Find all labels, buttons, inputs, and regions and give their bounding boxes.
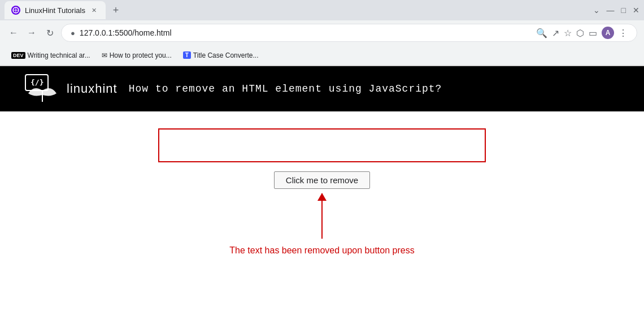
- bookmark-dev-icon: DEV: [11, 52, 25, 59]
- remove-button[interactable]: Click me to remove: [274, 171, 370, 189]
- address-input-wrap[interactable]: ● 127.0.0.1:5500/home.html 🔍 ↗ ☆ ⬡ ▭ A ⋮: [61, 24, 637, 42]
- forward-button[interactable]: →: [25, 26, 38, 40]
- address-bar: ← → ↻ ● 127.0.0.1:5500/home.html 🔍 ↗ ☆ ⬡…: [0, 20, 644, 45]
- bookmark-protect-label: How to protect you...: [110, 51, 172, 59]
- search-icon[interactable]: 🔍: [536, 28, 547, 38]
- extensions-icon[interactable]: ⬡: [576, 28, 584, 38]
- address-icons: 🔍 ↗ ☆ ⬡ ▭ A ⋮: [536, 27, 628, 39]
- secure-icon: ●: [71, 29, 75, 37]
- tab-title: LinuxHint Tutorials: [25, 6, 85, 15]
- logo-svg: {/}: [23, 74, 62, 105]
- arrow-indicator: [321, 193, 323, 239]
- bookmark-dev-label: Writing technical ar...: [28, 51, 90, 59]
- back-button[interactable]: ←: [7, 26, 20, 40]
- new-tab-button[interactable]: +: [108, 2, 124, 18]
- title-bar-left: LinuxHint Tutorials ✕ +: [5, 1, 124, 19]
- page-content: {/} linuxhint How to remove an HTML elem…: [0, 66, 644, 332]
- bookmark-item-dev[interactable]: DEV Writing technical ar...: [7, 49, 95, 62]
- header-title: How to remove an HTML element using Java…: [129, 83, 442, 94]
- title-bar: LinuxHint Tutorials ✕ + ⌄ — □ ✕: [0, 0, 644, 20]
- bookmark-icon[interactable]: ☆: [564, 28, 572, 38]
- browser-tab[interactable]: LinuxHint Tutorials ✕: [5, 1, 106, 19]
- bookmark-protect-icon: ✉: [102, 51, 107, 59]
- logo-area: {/} linuxhint: [23, 74, 118, 105]
- bookmark-titlecase-icon: T: [183, 51, 191, 59]
- address-url: 127.0.0.1:5500/home.html: [80, 28, 532, 37]
- bookmarks-bar: DEV Writing technical ar... ✉ How to pro…: [0, 45, 644, 66]
- bookmark-item-protect[interactable]: ✉ How to protect you...: [97, 49, 176, 62]
- arrow-line: [321, 193, 323, 239]
- arrow-head: [317, 193, 327, 201]
- tab-close-button[interactable]: ✕: [90, 6, 99, 15]
- site-header: {/} linuxhint How to remove an HTML elem…: [0, 66, 644, 111]
- main-content: Click me to remove The text has been rem…: [0, 111, 644, 273]
- restore-button[interactable]: □: [621, 6, 626, 15]
- share-icon[interactable]: ↗: [552, 28, 559, 38]
- removable-element: [158, 128, 486, 162]
- minimize-button[interactable]: ⌄: [593, 6, 600, 15]
- status-text: The text has been removed upon button pr…: [229, 245, 414, 256]
- close-button[interactable]: ✕: [633, 6, 639, 15]
- bookmark-titlecase-label: Title Case Converte...: [193, 51, 259, 59]
- window-controls: ⌄ — □ ✕: [593, 6, 639, 15]
- reload-button[interactable]: ↻: [43, 26, 56, 40]
- menu-icon[interactable]: ⋮: [619, 28, 628, 38]
- browser-chrome: LinuxHint Tutorials ✕ + ⌄ — □ ✕ ← → ↻ ● …: [0, 0, 644, 66]
- maximize-button[interactable]: —: [607, 6, 615, 15]
- logo-text: linuxhint: [67, 81, 118, 96]
- profile-icon[interactable]: A: [602, 27, 614, 39]
- svg-text:{/}: {/}: [31, 78, 43, 87]
- bookmark-item-titlecase[interactable]: T Title Case Converte...: [179, 49, 263, 62]
- tab-favicon: [11, 6, 20, 15]
- sidebar-icon[interactable]: ▭: [589, 28, 597, 38]
